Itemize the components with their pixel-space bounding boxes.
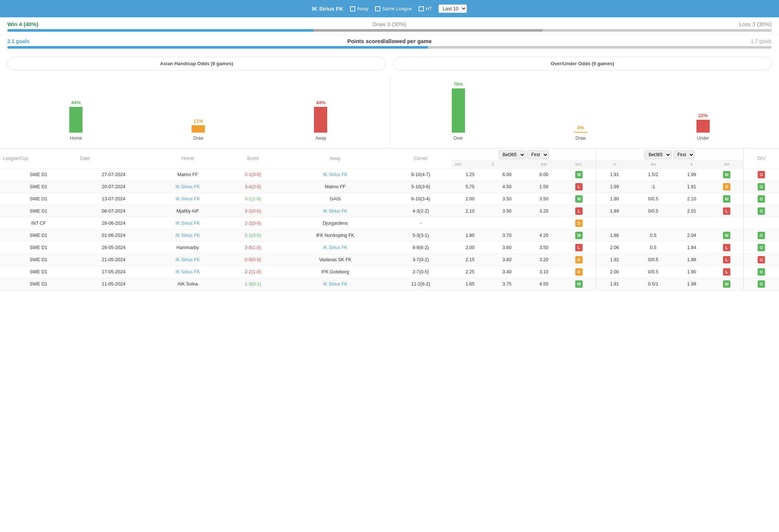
cell-home[interactable]: IK Sirius FK: [175, 269, 200, 274]
ah-away-bar: [314, 107, 327, 133]
cell-away[interactable]: IK Sirius FK: [323, 172, 347, 177]
cell-ah1: 0.5/1: [648, 281, 659, 287]
ah-odds-box: Asian Handicap Odds (9 games): [7, 57, 386, 70]
cell-aw: 4.20: [539, 233, 548, 238]
cell-home: Malmo FF: [177, 172, 198, 177]
cell-aw: 3.20: [539, 209, 548, 214]
ou-badge: O: [758, 183, 765, 190]
cell-hw: 2.00: [465, 196, 474, 202]
ah2-badge: L: [723, 268, 730, 276]
cell-aw: 3.10: [539, 269, 548, 274]
cell-h: 1.89: [610, 209, 619, 214]
cell-ah1: 0/0.5: [648, 257, 659, 262]
cell-hw: 5.75: [465, 184, 474, 189]
cell-league: SWE D1: [29, 257, 47, 262]
cell-date: 13-07-2024: [102, 196, 125, 202]
cell-home[interactable]: IK Sirius FK: [175, 233, 200, 238]
ou-odds-box: Over/Under Odds (9 games): [393, 57, 772, 70]
draw-label: Draw 3 (30%): [66, 21, 713, 27]
cell-date: 20-07-2024: [102, 184, 125, 189]
cell-ah1: 0.5: [650, 233, 656, 238]
col-home: Home: [150, 148, 225, 169]
sub-h: H: [596, 160, 633, 169]
cell-away: GAIS: [330, 196, 341, 202]
last-n-dropdown[interactable]: Last 10 Last 5 Last 15: [439, 4, 467, 13]
cell-d: 3.40: [503, 269, 511, 274]
ht-checkbox[interactable]: [419, 6, 424, 11]
cell-away[interactable]: IK Sirius FK: [323, 209, 347, 214]
sub-hw: HW: [451, 160, 488, 169]
col-corner: Corner: [390, 148, 451, 169]
ah-home-label: Home: [70, 136, 82, 141]
cell-h: 1.80: [610, 196, 619, 202]
cell-score: 2-2(1-0): [245, 269, 261, 274]
wl-badge: W: [575, 195, 583, 203]
cell-home[interactable]: IK Sirius FK: [175, 184, 200, 189]
cell-a: 1.84: [687, 245, 696, 250]
away-checkbox[interactable]: [350, 6, 355, 11]
wl-badge: W: [575, 232, 583, 239]
cell-league: INT CF: [31, 221, 46, 226]
cell-away: IFK Norrkoping FK: [316, 233, 354, 238]
cell-corner: 8-8(6-2): [413, 245, 429, 250]
cell-home[interactable]: IK Sirius FK: [175, 221, 200, 226]
cell-aw: 8.00: [539, 172, 548, 177]
cell-corner: 5-3(3-1): [413, 233, 429, 238]
same-league-checkbox[interactable]: [375, 6, 380, 11]
first-2-dropdown[interactable]: First: [673, 150, 695, 159]
sub-ah1: AH: [633, 160, 673, 169]
bet365-1-dropdown[interactable]: Bet365: [499, 150, 525, 159]
col-date: Date: [77, 148, 150, 169]
cell-ah1: 1.5/2: [648, 172, 659, 177]
cell-date: 28-06-2024: [102, 221, 125, 226]
charts-row: 44% Home 11% Draw 44% Away 78% Over: [0, 78, 779, 148]
cell-league: SWE D1: [29, 209, 47, 214]
cell-score: 0-0(0-0): [245, 257, 261, 262]
col-bet365-1-group: Bet365 First: [451, 148, 595, 160]
ah2-badge: W: [723, 171, 730, 178]
cell-away[interactable]: IK Sirius FK: [323, 281, 347, 287]
cell-aw: 3.50: [539, 245, 548, 250]
goals-bar: [7, 46, 772, 49]
cell-d: 3.50: [503, 196, 511, 202]
ou-under-pct: 22%: [698, 113, 708, 118]
ou-draw-col: 0% Draw: [574, 125, 587, 141]
cell-league: SWE D1: [29, 281, 47, 287]
ou-under-bar: [696, 120, 710, 133]
cell-h: 1.99: [610, 184, 619, 189]
cell-d: 3.50: [503, 209, 511, 214]
cell-date: 11-05-2024: [102, 281, 125, 287]
ah-draw-label: Draw: [193, 136, 203, 141]
ou-badge: O: [758, 280, 765, 288]
progress-draw: [313, 29, 542, 32]
cell-ah1: -1: [651, 184, 655, 189]
cell-away[interactable]: IK Sirius FK: [323, 245, 347, 250]
cell-ah1: 0/0.5: [648, 269, 659, 274]
sub-wl: W/L: [562, 160, 596, 169]
cell-a: 2.04: [687, 233, 696, 238]
ah2-badge: W: [723, 232, 730, 239]
sub-d: D: [489, 160, 525, 169]
table-row: SWE D113-07-2024IK Sirius FK3-1(1-0)GAIS…: [0, 193, 779, 205]
cell-hw: 2.00: [465, 245, 474, 250]
cell-hw: 2.25: [465, 269, 474, 274]
cell-score: 0-1(0-0): [245, 172, 261, 177]
cell-a: 1.98: [687, 257, 696, 262]
wl-badge: D: [575, 268, 583, 276]
ou-badge: O: [758, 195, 765, 203]
cell-corner: 8-10(4-7): [411, 172, 430, 177]
progress-win: [7, 29, 313, 32]
cell-home[interactable]: IK Sirius FK: [175, 196, 200, 202]
ah-away-pct: 44%: [316, 100, 325, 105]
same-league-label: Same League: [382, 6, 412, 11]
cell-a: 2.01: [687, 209, 696, 214]
cell-home[interactable]: IK Sirius FK: [175, 257, 200, 262]
ah-draw-bar: [192, 125, 205, 133]
bet365-2-dropdown[interactable]: Bet365: [644, 150, 671, 159]
col-ou: O/U: [744, 148, 779, 169]
ah-draw-col: 11% Draw: [192, 118, 205, 141]
progress-loss: [542, 29, 772, 32]
first-1-dropdown[interactable]: First: [527, 150, 549, 159]
cell-corner: -: [420, 221, 422, 226]
ou-over-label: Over: [454, 136, 463, 141]
